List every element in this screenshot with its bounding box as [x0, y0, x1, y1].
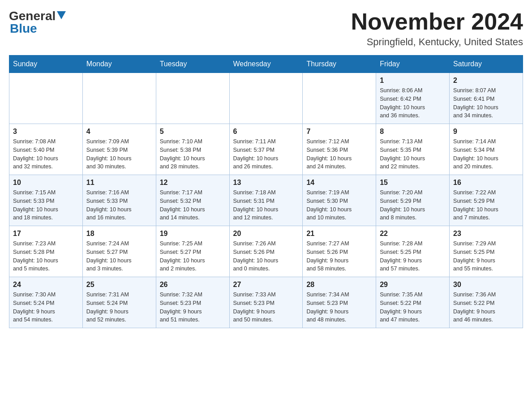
title-area: November 2024 Springfield, Kentucky, Uni…: [351, 9, 523, 48]
calendar-cell: [229, 73, 303, 124]
calendar-cell: 27Sunrise: 7:33 AM Sunset: 5:23 PM Dayli…: [229, 277, 303, 328]
month-title: November 2024: [351, 9, 523, 34]
calendar-cell: 14Sunrise: 7:19 AM Sunset: 5:30 PM Dayli…: [303, 175, 376, 226]
calendar-cell: 16Sunrise: 7:22 AM Sunset: 5:29 PM Dayli…: [450, 175, 523, 226]
week-row-1: 3Sunrise: 7:08 AM Sunset: 5:40 PM Daylig…: [9, 124, 523, 175]
calendar-cell: 9Sunrise: 7:14 AM Sunset: 5:34 PM Daylig…: [450, 124, 523, 175]
day-number: 2: [453, 77, 519, 85]
day-info: Sunrise: 7:36 AM Sunset: 5:22 PM Dayligh…: [453, 291, 519, 324]
day-info: Sunrise: 7:34 AM Sunset: 5:23 PM Dayligh…: [306, 291, 372, 324]
calendar-cell: [9, 73, 83, 124]
day-number: 24: [13, 281, 79, 289]
logo-blue-text: Blue: [10, 21, 37, 36]
day-number: 21: [306, 230, 372, 238]
calendar-cell: 21Sunrise: 7:27 AM Sunset: 5:26 PM Dayli…: [303, 226, 376, 277]
day-number: 30: [453, 281, 519, 289]
day-number: 20: [233, 230, 299, 238]
day-number: 10: [13, 179, 79, 187]
day-number: 6: [233, 128, 299, 136]
day-info: Sunrise: 7:27 AM Sunset: 5:26 PM Dayligh…: [306, 240, 372, 273]
day-info: Sunrise: 7:30 AM Sunset: 5:24 PM Dayligh…: [13, 291, 79, 324]
svg-marker-0: [57, 11, 66, 19]
day-info: Sunrise: 7:20 AM Sunset: 5:29 PM Dayligh…: [380, 188, 446, 222]
day-number: 15: [380, 179, 446, 187]
week-row-2: 10Sunrise: 7:15 AM Sunset: 5:33 PM Dayli…: [9, 175, 523, 226]
calendar-cell: 23Sunrise: 7:29 AM Sunset: 5:25 PM Dayli…: [450, 226, 523, 277]
day-number: 1: [380, 77, 446, 85]
day-info: Sunrise: 7:19 AM Sunset: 5:30 PM Dayligh…: [306, 188, 372, 222]
weekday-header-sunday: Sunday: [9, 56, 83, 73]
day-info: Sunrise: 7:08 AM Sunset: 5:40 PM Dayligh…: [13, 137, 79, 171]
day-number: 16: [453, 179, 519, 187]
day-number: 8: [380, 128, 446, 136]
calendar-cell: 17Sunrise: 7:23 AM Sunset: 5:28 PM Dayli…: [9, 226, 83, 277]
day-number: 5: [160, 128, 226, 136]
day-number: 18: [86, 230, 152, 238]
calendar-cell: 20Sunrise: 7:26 AM Sunset: 5:26 PM Dayli…: [229, 226, 303, 277]
calendar-cell: 25Sunrise: 7:31 AM Sunset: 5:24 PM Dayli…: [82, 277, 156, 328]
calendar-cell: 7Sunrise: 7:12 AM Sunset: 5:36 PM Daylig…: [303, 124, 376, 175]
day-info: Sunrise: 7:13 AM Sunset: 5:35 PM Dayligh…: [380, 137, 446, 171]
calendar-cell: 29Sunrise: 7:35 AM Sunset: 5:22 PM Dayli…: [376, 277, 450, 328]
calendar-cell: 24Sunrise: 7:30 AM Sunset: 5:24 PM Dayli…: [9, 277, 83, 328]
day-info: Sunrise: 7:15 AM Sunset: 5:33 PM Dayligh…: [13, 188, 79, 222]
day-info: Sunrise: 7:31 AM Sunset: 5:24 PM Dayligh…: [86, 291, 152, 324]
calendar-cell: 10Sunrise: 7:15 AM Sunset: 5:33 PM Dayli…: [9, 175, 83, 226]
day-info: Sunrise: 7:29 AM Sunset: 5:25 PM Dayligh…: [453, 240, 519, 273]
day-info: Sunrise: 7:22 AM Sunset: 5:29 PM Dayligh…: [453, 188, 519, 222]
calendar-cell: 12Sunrise: 7:17 AM Sunset: 5:32 PM Dayli…: [156, 175, 229, 226]
calendar-cell: 6Sunrise: 7:11 AM Sunset: 5:37 PM Daylig…: [229, 124, 303, 175]
day-info: Sunrise: 7:26 AM Sunset: 5:26 PM Dayligh…: [233, 240, 299, 273]
calendar-table: SundayMondayTuesdayWednesdayThursdayFrid…: [9, 55, 523, 328]
day-info: Sunrise: 8:06 AM Sunset: 6:42 PM Dayligh…: [380, 86, 446, 120]
calendar-cell: 15Sunrise: 7:20 AM Sunset: 5:29 PM Dayli…: [376, 175, 450, 226]
calendar-cell: 26Sunrise: 7:32 AM Sunset: 5:23 PM Dayli…: [156, 277, 229, 328]
weekday-header-friday: Friday: [376, 56, 450, 73]
day-info: Sunrise: 7:11 AM Sunset: 5:37 PM Dayligh…: [233, 137, 299, 171]
day-number: 12: [160, 179, 226, 187]
weekday-header-monday: Monday: [82, 56, 156, 73]
day-number: 4: [86, 128, 152, 136]
calendar-cell: 1Sunrise: 8:06 AM Sunset: 6:42 PM Daylig…: [376, 73, 450, 124]
day-number: 9: [453, 128, 519, 136]
day-info: Sunrise: 7:25 AM Sunset: 5:27 PM Dayligh…: [160, 240, 226, 273]
day-number: 13: [233, 179, 299, 187]
logo-arrow-icon: [57, 11, 66, 21]
day-number: 25: [86, 281, 152, 289]
calendar-cell: [303, 73, 376, 124]
day-number: 7: [306, 128, 372, 136]
day-number: 23: [453, 230, 519, 238]
day-info: Sunrise: 7:12 AM Sunset: 5:36 PM Dayligh…: [306, 137, 372, 171]
calendar-cell: 19Sunrise: 7:25 AM Sunset: 5:27 PM Dayli…: [156, 226, 229, 277]
day-number: 17: [13, 230, 79, 238]
weekday-header-thursday: Thursday: [303, 56, 376, 73]
calendar-cell: 28Sunrise: 7:34 AM Sunset: 5:23 PM Dayli…: [303, 277, 376, 328]
calendar-cell: 2Sunrise: 8:07 AM Sunset: 6:41 PM Daylig…: [450, 73, 523, 124]
logo: General Blue: [9, 9, 66, 36]
day-number: 27: [233, 281, 299, 289]
weekday-header-saturday: Saturday: [450, 56, 523, 73]
day-info: Sunrise: 7:16 AM Sunset: 5:33 PM Dayligh…: [86, 188, 152, 222]
day-number: 11: [86, 179, 152, 187]
day-number: 29: [380, 281, 446, 289]
day-number: 3: [13, 128, 79, 136]
day-number: 19: [160, 230, 226, 238]
day-number: 26: [160, 281, 226, 289]
week-row-3: 17Sunrise: 7:23 AM Sunset: 5:28 PM Dayli…: [9, 226, 523, 277]
day-info: Sunrise: 7:35 AM Sunset: 5:22 PM Dayligh…: [380, 291, 446, 324]
day-info: Sunrise: 7:09 AM Sunset: 5:39 PM Dayligh…: [86, 137, 152, 171]
calendar-cell: 30Sunrise: 7:36 AM Sunset: 5:22 PM Dayli…: [450, 277, 523, 328]
header: General Blue November 2024 Springfield, …: [9, 9, 523, 48]
day-info: Sunrise: 7:23 AM Sunset: 5:28 PM Dayligh…: [13, 240, 79, 273]
header-row: SundayMondayTuesdayWednesdayThursdayFrid…: [9, 56, 523, 73]
calendar-cell: 8Sunrise: 7:13 AM Sunset: 5:35 PM Daylig…: [376, 124, 450, 175]
week-row-4: 24Sunrise: 7:30 AM Sunset: 5:24 PM Dayli…: [9, 277, 523, 328]
calendar-cell: [156, 73, 229, 124]
calendar-cell: 5Sunrise: 7:10 AM Sunset: 5:38 PM Daylig…: [156, 124, 229, 175]
day-info: Sunrise: 7:17 AM Sunset: 5:32 PM Dayligh…: [160, 188, 226, 222]
calendar-cell: 22Sunrise: 7:28 AM Sunset: 5:25 PM Dayli…: [376, 226, 450, 277]
calendar-cell: 18Sunrise: 7:24 AM Sunset: 5:27 PM Dayli…: [82, 226, 156, 277]
week-row-0: 1Sunrise: 8:06 AM Sunset: 6:42 PM Daylig…: [9, 73, 523, 124]
calendar-cell: 3Sunrise: 7:08 AM Sunset: 5:40 PM Daylig…: [9, 124, 83, 175]
day-info: Sunrise: 7:24 AM Sunset: 5:27 PM Dayligh…: [86, 240, 152, 273]
